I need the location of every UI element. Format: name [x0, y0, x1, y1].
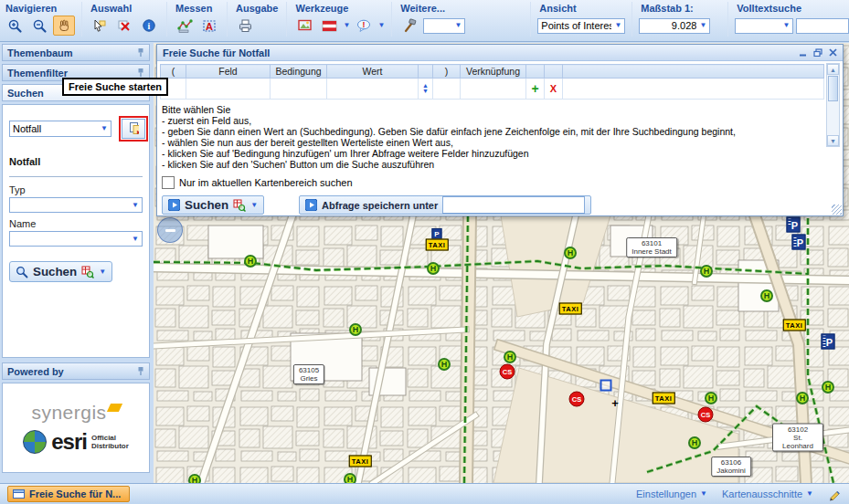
dialog-search-caret[interactable]: ▼ [250, 202, 258, 209]
col-close-paren[interactable]: ) [433, 65, 461, 79]
measure-line-button[interactable] [174, 16, 196, 36]
kartenausschnitte-menu[interactable]: Kartenausschnitte ▼ [722, 488, 813, 499]
h-marker[interactable]: H [188, 474, 201, 483]
taxi-marker[interactable]: TAXI [653, 393, 675, 404]
printer-icon [238, 18, 253, 33]
tooltip-freie-suche-starten: Freie Suche starten [62, 78, 168, 96]
redline-flag-button[interactable] [318, 16, 340, 36]
cell-bedingung[interactable] [271, 79, 327, 100]
col-wert[interactable]: Wert [327, 65, 419, 79]
taxi-marker[interactable]: TAXI [783, 320, 806, 331]
blue-square-marker[interactable] [600, 380, 612, 392]
cell-wert[interactable] [327, 79, 419, 100]
zoom-in-button[interactable] [4, 16, 26, 36]
typ-combo[interactable]: ▼ [9, 197, 143, 213]
map-viewport[interactable]: PTAXIHHHHHHHHHHHHHHTAXITAXITAXITAXICSCSC… [154, 43, 849, 483]
zoom-out-button[interactable] [28, 16, 50, 36]
remove-condition-button[interactable]: X [545, 79, 563, 100]
volltextsuche-input[interactable] [796, 18, 849, 34]
resize-grip[interactable] [832, 205, 842, 215]
p-garage-marker[interactable]: P [787, 217, 801, 233]
col-verknuepfung[interactable]: Verknüpfung [461, 65, 526, 79]
map-zoom-out-button[interactable] [157, 217, 183, 243]
h-marker[interactable]: H [700, 265, 713, 278]
col-bedingung[interactable]: Bedingung [271, 65, 327, 79]
h-marker[interactable]: H [504, 351, 516, 363]
ansicht-combo-value: Points of Interes [541, 20, 611, 31]
scroll-up-arrow[interactable]: ▲ [827, 64, 839, 75]
flag-dropdown-caret[interactable]: ▼ [343, 22, 350, 29]
h-marker[interactable]: H [688, 436, 701, 449]
pin-icon[interactable] [137, 366, 144, 376]
powered-by-panel-header[interactable]: Powered by [2, 362, 150, 380]
sidebar-item-themenbaum[interactable]: Themenbaum [2, 44, 150, 61]
instruction-line: - klicken Sie auf 'Bedingung hinzufügen'… [162, 148, 824, 159]
h-marker[interactable]: H [438, 358, 451, 371]
cs-marker[interactable]: CS [569, 392, 585, 407]
einstellungen-menu[interactable]: Einstellungen ▼ [636, 488, 707, 499]
print-button[interactable] [234, 16, 256, 36]
deselect-button[interactable] [113, 16, 135, 36]
map-extent-checkbox[interactable] [162, 176, 175, 189]
task-button-freie-suche[interactable]: Freie Suche für N... [7, 486, 130, 502]
callout-dropdown-caret[interactable]: ▼ [377, 22, 385, 29]
h-marker[interactable]: H [344, 473, 356, 483]
save-query-input[interactable] [442, 196, 585, 214]
taxi-marker[interactable]: TAXI [349, 456, 372, 467]
pin-icon[interactable] [137, 47, 144, 58]
sort-down-icon[interactable]: ▼ [419, 89, 432, 94]
h-marker[interactable]: H [564, 247, 577, 259]
close-icon[interactable] [829, 48, 837, 57]
weitere-combo[interactable]: ▼ [423, 18, 465, 34]
col-open-paren[interactable]: ( [161, 65, 186, 79]
dialog-scrollbar[interactable]: ▲ ▼ [826, 63, 840, 147]
cs-marker[interactable]: CS [698, 407, 714, 423]
h-marker[interactable]: H [427, 262, 440, 275]
select-button[interactable] [89, 16, 111, 36]
volltextsuche-combo[interactable]: ▼ [735, 18, 793, 34]
dialog-titlebar[interactable]: Freie Suche für Notfall [157, 45, 843, 61]
callout-button[interactable]: ! [353, 16, 375, 36]
add-condition-button[interactable]: + [526, 79, 545, 100]
screenshot-button[interactable] [293, 16, 315, 36]
col-feld[interactable]: Feld [186, 65, 271, 79]
free-search-button[interactable] [122, 119, 145, 139]
scroll-thumb[interactable] [828, 76, 838, 101]
h-marker[interactable]: H [822, 381, 834, 394]
cell-close-paren[interactable] [433, 79, 461, 100]
tools-hammer-button[interactable] [398, 16, 420, 36]
callout-icon: ! [356, 18, 372, 33]
scroll-down-arrow[interactable]: ▼ [827, 135, 839, 146]
dialog-search-button[interactable]: Suchen ▼ [162, 195, 264, 215]
measure-area-button[interactable]: A [198, 16, 220, 36]
save-query-control[interactable]: Abfrage speichern unter [299, 195, 591, 215]
sidebar-search-button[interactable]: Suchen ▼ [9, 261, 112, 282]
taxi-marker[interactable]: TAXI [559, 303, 582, 315]
h-marker[interactable]: H [796, 392, 809, 404]
cell-sort[interactable]: ▲▼ [419, 79, 433, 100]
cell-feld[interactable] [186, 79, 271, 100]
massstab-combo[interactable]: 9.028 ▼ [639, 18, 710, 34]
p-garage-marker[interactable]: P [792, 235, 806, 250]
pin-icon[interactable] [137, 68, 144, 78]
pencil-icon[interactable] [828, 488, 842, 501]
name-combo[interactable]: ▼ [9, 231, 143, 247]
sidebar-search-caret[interactable]: ▼ [99, 268, 106, 276]
p-garage-marker[interactable]: P [822, 334, 835, 350]
p-sign-marker[interactable]: P [432, 228, 442, 239]
pan-button[interactable] [53, 16, 75, 36]
toolbar-group-auswahl: Auswahl i [81, 2, 160, 37]
cross-marker[interactable]: + [611, 396, 619, 410]
taxi-marker[interactable]: TAXI [426, 239, 449, 251]
cell-verknuepfung[interactable] [461, 79, 526, 100]
search-theme-combo[interactable]: Notfall ▼ [9, 121, 111, 137]
minimize-icon[interactable] [799, 48, 807, 57]
restore-icon[interactable] [813, 48, 822, 57]
h-marker[interactable]: H [705, 392, 717, 404]
ansicht-combo[interactable]: Points of Interes ▼ [537, 18, 625, 34]
h-marker[interactable]: H [349, 323, 362, 336]
info-button[interactable]: i [138, 16, 160, 36]
h-marker[interactable]: H [760, 289, 773, 302]
h-marker[interactable]: H [244, 255, 257, 268]
cs-marker[interactable]: CS [500, 364, 515, 380]
